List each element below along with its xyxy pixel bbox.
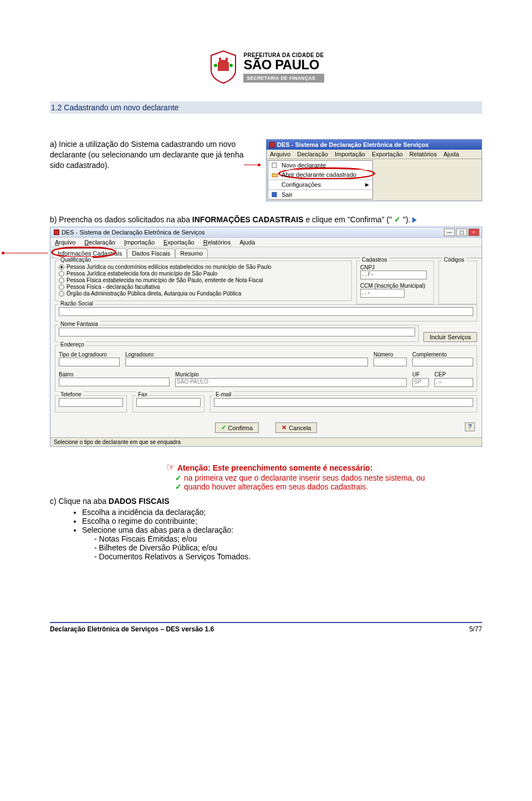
bairro-label: Bairro xyxy=(59,371,170,377)
menu-item-novo-declarante[interactable]: Novo declarante xyxy=(268,161,372,170)
fieldset-nome: Nome Fantasia xyxy=(55,325,419,342)
arquivo-dropdown: Novo declarante Abrir declarante cadastr… xyxy=(268,160,373,200)
mun-input[interactable]: SÃO PAULO xyxy=(175,378,407,387)
close-button[interactable]: × xyxy=(468,228,479,236)
app-menu-arquivo[interactable]: Arquivo xyxy=(55,239,75,246)
svg-point-1 xyxy=(214,64,217,67)
open-icon xyxy=(272,172,278,177)
radio-label: Pessoa Física - declaração facultativa xyxy=(66,284,160,290)
razao-input[interactable] xyxy=(59,307,473,316)
radio-icon xyxy=(59,278,64,283)
check-icon: ✓ xyxy=(221,424,226,431)
callout-line-2 xyxy=(4,253,48,253)
secretaria-line: SECRETARIA DE FINANÇAS xyxy=(243,74,324,83)
maximize-button[interactable]: ▢ xyxy=(456,228,467,236)
cancela-button[interactable]: ✕ Cancela xyxy=(275,422,317,433)
sub-2: Bilhetes de Diversão Pública; e/ou xyxy=(94,543,482,552)
menu-declaracao[interactable]: Declaração xyxy=(297,151,328,157)
green-check-icon: ✓ xyxy=(394,215,401,224)
tel-label: Telefone xyxy=(59,391,83,397)
menu-item-label: Novo declarante xyxy=(282,162,326,169)
sao-paulo-line: SÃO PAULO xyxy=(243,58,324,72)
callout-line xyxy=(244,165,260,165)
footer-page-number: 5/77 xyxy=(469,625,482,633)
menu-item-sair[interactable]: Sair xyxy=(268,190,372,199)
mini-window-title: DES - Sistema de Declaração Eletrônica d… xyxy=(267,140,482,150)
submenu-arrow-icon: ▶ xyxy=(365,182,369,187)
help-button[interactable]: ? xyxy=(465,422,475,431)
radio-pj-fora[interactable]: Pessoa Jurídica estabelecida fora do mun… xyxy=(59,271,348,277)
tel-input[interactable] xyxy=(59,398,123,407)
app-menu-importacao[interactable]: Importação xyxy=(124,239,155,246)
callout-dot-2 xyxy=(2,252,4,254)
radio-orgao[interactable]: Órgão da Administração Pública direta, A… xyxy=(59,290,348,297)
app-menubar: Arquivo Declaração Importação Exportação… xyxy=(50,238,482,247)
cnpj-input[interactable]: . . / - xyxy=(360,271,427,279)
email-input[interactable] xyxy=(214,398,473,407)
step-b-prefix: b) Preencha os dados solicitados na aba xyxy=(50,215,192,224)
radio-pf-sp[interactable]: Pessoa Física estabelecida no município … xyxy=(59,277,348,283)
step-b-bold: INFORMAÇÕES CADASTRAIS xyxy=(192,215,304,224)
menu-item-config[interactable]: Configurações ▶ xyxy=(268,180,372,190)
ccm-input[interactable]: . . - xyxy=(360,289,405,298)
cep-label: CEP xyxy=(434,371,473,377)
tab-resumo[interactable]: Resumo xyxy=(175,248,208,258)
page-footer: Declaração Eletrônica de Serviços – DES … xyxy=(50,622,482,633)
incluir-servicos-button[interactable]: Incluir Serviços xyxy=(423,332,477,342)
menu-item-abrir-declarante[interactable]: Abrir declarante cadastrado xyxy=(268,170,372,180)
tipo-log-input[interactable] xyxy=(59,358,120,366)
menu-item-label: Configurações xyxy=(282,181,321,188)
menu-arquivo[interactable]: Arquivo xyxy=(270,151,290,157)
legend-nome: Nome Fantasia xyxy=(59,321,100,327)
section-title: 1.2 Cadastrando um novo declarante xyxy=(50,101,482,114)
radio-pj-sp[interactable]: Pessoa Jurídica ou condomínios edilícios… xyxy=(59,264,348,270)
app-menu-declaracao[interactable]: Declaração xyxy=(84,239,115,246)
fieldset-telefone: Telefone xyxy=(55,395,127,412)
mini-window-title-text: DES - Sistema de Declaração Eletrônica d… xyxy=(277,141,428,148)
uf-label: UF xyxy=(412,371,429,377)
num-input[interactable] xyxy=(374,358,407,366)
fieldset-email: E-mail xyxy=(210,395,477,412)
radio-pf-facultativa[interactable]: Pessoa Física - declaração facultativa xyxy=(59,284,348,290)
minimize-button[interactable]: — xyxy=(444,228,455,236)
bullet-2: Escolha o regime do contribuinte; xyxy=(82,517,482,526)
step-c-prefix: c) Clique na aba xyxy=(50,497,109,506)
legend-razao: Razão Social xyxy=(59,300,95,307)
menu-importacao[interactable]: Importação xyxy=(335,151,365,157)
menu-ajuda[interactable]: Ajuda xyxy=(443,151,459,157)
radio-label: Pessoa Jurídica ou condomínios edilícios… xyxy=(66,264,272,270)
fax-input[interactable] xyxy=(136,398,201,407)
x-icon: ✕ xyxy=(282,424,287,431)
bairro-input[interactable] xyxy=(59,377,170,386)
step-b-suffix1: e clique em "Confirma" (" xyxy=(304,215,395,224)
menu-relatorios[interactable]: Relatórios xyxy=(410,151,437,157)
num-label: Número xyxy=(374,351,407,358)
app-window: DES - Sistema de Declaração Eletrônica d… xyxy=(50,227,482,447)
attention-item-1: na primeira vez que o declarante inserir… xyxy=(175,473,482,482)
radio-icon xyxy=(59,284,64,290)
menu-exportacao[interactable]: Exportação xyxy=(372,151,403,157)
radio-label: Pessoa Jurídica estabelecida fora do mun… xyxy=(66,271,217,277)
cep-input[interactable]: . - xyxy=(434,378,473,387)
confirma-button[interactable]: ✓ Confirma xyxy=(215,422,259,433)
app-menu-relatorios[interactable]: Relatórios xyxy=(203,239,231,246)
legend-endereco: Endereço xyxy=(59,341,86,348)
svg-rect-3 xyxy=(272,163,277,167)
button-label: Incluir Serviços xyxy=(429,334,471,340)
menu-item-label: Abrir declarante cadastrado xyxy=(282,171,356,178)
comp-input[interactable] xyxy=(412,358,473,366)
footer-left: Declaração Eletrônica de Serviços – DES … xyxy=(50,625,214,633)
email-label: E-mail xyxy=(214,391,233,397)
sub-1: Notas Fiscais Emitidas; e/ou xyxy=(94,534,482,543)
tab-dados-fiscais[interactable]: Dados Fiscais xyxy=(127,248,175,258)
app-menu-exportacao[interactable]: Exportação xyxy=(163,239,195,246)
app-menu-ajuda[interactable]: Ajuda xyxy=(239,239,255,246)
uf-input[interactable]: SP xyxy=(412,378,429,387)
nome-input[interactable] xyxy=(59,328,415,336)
log-input[interactable] xyxy=(125,358,368,366)
fieldset-cadastros: Cadastros CNPJ . . / - CCM (Inscrição Mu… xyxy=(356,261,434,304)
tab-label: Resumo xyxy=(180,250,203,257)
sub-3: Documentos Relativos a Serviços Tomados. xyxy=(94,552,482,561)
tipo-log-label: Tipo de Logradouro xyxy=(59,351,120,358)
mini-window: DES - Sistema de Declaração Eletrônica d… xyxy=(266,139,482,201)
